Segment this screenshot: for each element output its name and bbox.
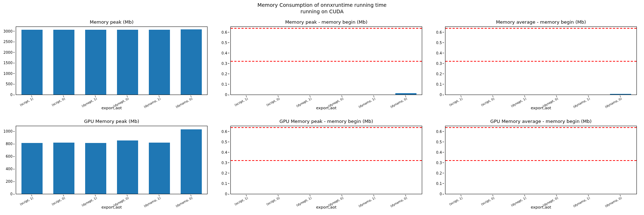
bar xyxy=(117,30,138,95)
y-tick-label: 0.3 xyxy=(436,161,442,164)
x-tick-label: (script, 0) xyxy=(265,97,280,107)
plot-area: 02004006008001000(script, 1)(script, 0)(… xyxy=(16,126,208,194)
y-tick-label: 0.2 xyxy=(436,171,442,175)
subplot-title: GPU Memory peak - memory begin (Mb) xyxy=(230,119,422,124)
plot-area: 00.10.20.30.40.50.6(script, 1)(script, 0… xyxy=(445,126,637,194)
subplot-3-gpu-memory-peak: GPU Memory peak (Mb) 02004006008001000(s… xyxy=(0,116,215,215)
y-tick-label: 0 xyxy=(10,93,13,97)
y-tick-label: 0 xyxy=(440,192,442,196)
bar xyxy=(149,30,170,95)
subplot-title: GPU Memory peak (Mb) xyxy=(16,119,208,124)
y-tick-label: 0.4 xyxy=(221,150,227,154)
x-tick-label: (script, 0) xyxy=(51,196,65,206)
plot-area: 00.10.20.30.40.50.6(script, 1)(script, 0… xyxy=(230,27,422,95)
bar xyxy=(610,94,631,95)
bars-container xyxy=(16,126,207,194)
y-tick-label: 1000 xyxy=(4,71,13,75)
y-tick-label: 0.2 xyxy=(221,72,227,76)
bar xyxy=(21,143,43,194)
y-tick-label: 0 xyxy=(225,192,227,196)
suptitle-line2: running on CUDA xyxy=(301,9,344,14)
y-tick-label: 0.5 xyxy=(221,140,227,144)
y-tick-label: 2500 xyxy=(4,40,13,44)
y-tick-label: 500 xyxy=(6,82,13,86)
figure-suptitle: Memory Consumption of onnxruntime runnin… xyxy=(0,2,644,15)
x-tick-label: (script, 1) xyxy=(448,97,463,107)
x-axis-label: export,aot xyxy=(231,205,422,210)
suptitle-line1: Memory Consumption of onnxruntime runnin… xyxy=(258,2,387,8)
bar-slot xyxy=(48,27,80,95)
x-tick-label: (script, 1) xyxy=(234,196,248,206)
y-tick-label: 0.2 xyxy=(221,171,227,175)
bar xyxy=(395,93,416,95)
y-tick-label: 0.5 xyxy=(436,40,442,44)
bar xyxy=(53,143,74,194)
x-tick-label: (script, 0) xyxy=(51,97,65,107)
subplot-title: GPU Memory average - memory begin (Mb) xyxy=(445,119,637,124)
x-tick-label: (script, 0) xyxy=(480,97,495,107)
y-tick-label: 0.4 xyxy=(221,51,227,55)
bar-slot xyxy=(80,126,112,194)
y-tick-label: 0 xyxy=(10,192,13,196)
y-tick-label: 0.2 xyxy=(436,72,442,76)
x-tick-label: (script, 0) xyxy=(265,196,280,206)
subplot-grid: Memory peak (Mb) 05001000150020002500300… xyxy=(0,16,644,215)
y-tick-label: 200 xyxy=(6,180,13,183)
y-tick-label: 800 xyxy=(6,142,13,146)
bar xyxy=(181,29,202,95)
plot-area: 00.10.20.30.40.50.6(script, 1)(script, 0… xyxy=(445,27,637,95)
subplot-row-0: Memory peak (Mb) 05001000150020002500300… xyxy=(0,16,644,116)
subplot-row-1: GPU Memory peak (Mb) 02004006008001000(s… xyxy=(0,116,644,215)
bar xyxy=(85,143,106,194)
bar-slot xyxy=(175,126,207,194)
reference-line xyxy=(231,61,422,62)
subplot-0-memory-peak: Memory peak (Mb) 05001000150020002500300… xyxy=(0,16,215,116)
y-tick-label: 0.4 xyxy=(436,150,442,154)
y-tick-label: 0.6 xyxy=(436,30,442,34)
y-tick-label: 400 xyxy=(6,167,13,171)
subplot-title: Memory peak - memory begin (Mb) xyxy=(230,19,422,25)
y-tick-label: 0 xyxy=(440,93,442,97)
x-axis-label: export,aot xyxy=(231,106,422,110)
bar-slot xyxy=(143,126,175,194)
bar xyxy=(53,30,74,95)
y-tick-label: 0.6 xyxy=(221,129,227,133)
subplot-title: Memory peak (Mb) xyxy=(16,19,208,25)
y-tick-label: 1500 xyxy=(4,61,13,65)
reference-line xyxy=(445,160,636,161)
x-axis-label: export,aot xyxy=(445,205,636,210)
y-tick-label: 600 xyxy=(6,154,13,158)
y-tick-label: 0.6 xyxy=(436,129,442,133)
plot-area: 00.10.20.30.40.50.6(script, 1)(script, 0… xyxy=(230,126,422,194)
bar-slot xyxy=(48,126,80,194)
x-axis-label: export,aot xyxy=(16,205,207,210)
subplot-1-memory-peak-minus-begin: Memory peak - memory begin (Mb) 00.10.20… xyxy=(215,16,429,116)
bar-slot xyxy=(80,27,112,95)
y-tick-label: 0.1 xyxy=(436,82,442,86)
reference-line xyxy=(231,127,422,128)
plot-area: 050010001500200025003000(script, 1)(scri… xyxy=(16,27,208,95)
subplot-5-gpu-memory-avg-minus-begin: GPU Memory average - memory begin (Mb) 0… xyxy=(429,116,644,215)
y-tick-label: 0.3 xyxy=(436,61,442,65)
y-tick-label: 2000 xyxy=(4,50,13,54)
y-tick-label: 0.3 xyxy=(221,161,227,164)
bar-slot xyxy=(143,27,175,95)
y-tick-label: 0.1 xyxy=(221,82,227,86)
bar xyxy=(149,143,170,194)
bar-slot xyxy=(112,126,143,194)
y-tick-label: 0.1 xyxy=(221,181,227,185)
y-tick-label: 0.6 xyxy=(221,30,227,34)
subplot-4-gpu-memory-peak-minus-begin: GPU Memory peak - memory begin (Mb) 00.1… xyxy=(215,116,429,215)
reference-line xyxy=(445,61,636,62)
x-tick-label: (script, 0) xyxy=(480,196,495,206)
reference-line xyxy=(231,28,422,29)
y-tick-label: 0.5 xyxy=(221,40,227,44)
y-tick-label: 0.4 xyxy=(436,51,442,55)
x-tick-label: (script, 1) xyxy=(234,97,248,107)
y-tick-label: 0 xyxy=(225,93,227,97)
bar xyxy=(181,129,202,194)
bar-slot xyxy=(112,27,143,95)
figure: Memory Consumption of onnxruntime runnin… xyxy=(0,0,644,215)
x-tick-label: (script, 1) xyxy=(19,196,34,206)
subplot-2-memory-avg-minus-begin: Memory average - memory begin (Mb) 00.10… xyxy=(429,16,644,116)
